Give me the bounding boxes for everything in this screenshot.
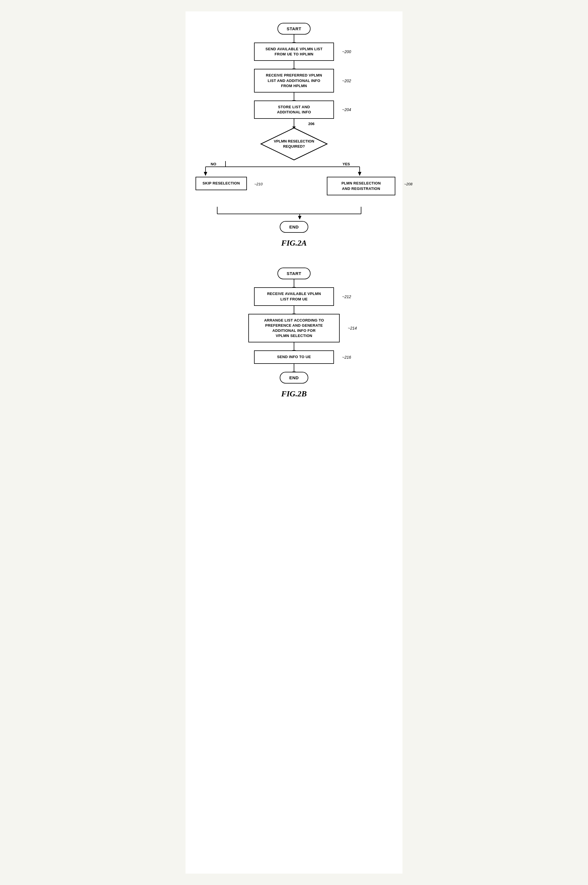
step206-label: VPLMN RESELECTIONREQUIRED? xyxy=(274,139,314,149)
svg-marker-4 xyxy=(204,172,207,176)
arrow-b3 xyxy=(294,343,294,350)
fig2b-label: FIG.2B xyxy=(281,389,306,398)
end-box-2a: END xyxy=(280,221,308,233)
converge-svg xyxy=(191,207,397,221)
step204-box: STORE LIST ANDADDITIONAL INFO xyxy=(254,101,334,119)
arrow-2 xyxy=(294,61,294,69)
ref204-label: ~204 xyxy=(342,107,351,112)
ref210-label: ~210 xyxy=(254,182,262,186)
branch-section: NO YES SKIP RESELECTION ~210 PLMN RESELE… xyxy=(191,161,397,207)
arrow-3 xyxy=(294,93,294,101)
ref216-label: ~216 xyxy=(342,355,351,359)
step206-text: VPLMN RESELECTIONREQUIRED? xyxy=(274,139,314,149)
step216-box: SEND INFO TO UE xyxy=(254,350,334,364)
step200-box: SEND AVAILABLE VPLMN LISTFROM UE TO HPLM… xyxy=(254,42,334,61)
step202-box: RECEIVE PREFERRED VPLMNLIST AND ADDITION… xyxy=(254,69,334,93)
ref206-label: 206 xyxy=(308,122,315,126)
step204-text: STORE LIST ANDADDITIONAL INFO xyxy=(277,105,311,114)
start-box-2a: START xyxy=(278,23,310,35)
svg-marker-7 xyxy=(358,172,362,176)
ref202-label: ~202 xyxy=(342,78,351,83)
step212-text: RECEIVE AVAILABLE VPLMNLIST FROM UE xyxy=(267,291,321,301)
step216-text: SEND INFO TO UE xyxy=(277,355,311,359)
step200-wrapper: SEND AVAILABLE VPLMN LISTFROM UE TO HPLM… xyxy=(254,42,334,61)
end-terminal-2b: END xyxy=(280,372,308,383)
step208-box: PLMN RESELECTIONAND REGISTRATION xyxy=(327,177,395,195)
step206-area: 206 VPLMN RESELECTIONREQUIRED? xyxy=(191,127,397,161)
end-terminal-2a: END xyxy=(280,221,308,233)
step200-text: SEND AVAILABLE VPLMN LISTFROM UE TO HPLM… xyxy=(266,47,322,56)
step210-area: SKIP RESELECTION ~210 xyxy=(191,177,251,190)
step216-wrapper: SEND INFO TO UE ~216 xyxy=(254,350,334,364)
step210-text: SKIP RESELECTION xyxy=(202,181,240,185)
start-terminal-2a: START xyxy=(278,23,310,35)
fig2a-label: FIG.2A xyxy=(281,239,306,248)
step214-box: ARRANGE LIST ACCORDING TOPREFERENCE AND … xyxy=(248,314,340,343)
start-terminal-2b: START xyxy=(278,267,310,279)
step214-wrapper: ARRANGE LIST ACCORDING TOPREFERENCE AND … xyxy=(248,314,340,343)
start-box-2b: START xyxy=(278,267,310,279)
arrow-b1 xyxy=(294,279,294,287)
step202-wrapper: RECEIVE PREFERRED VPLMNLIST AND ADDITION… xyxy=(254,69,334,93)
ref212-label: ~212 xyxy=(342,294,351,299)
step206-diamond: VPLMN RESELECTIONREQUIRED? xyxy=(260,127,328,161)
arrow-1 xyxy=(294,35,294,42)
arrow-b4 xyxy=(294,364,294,372)
fig2a-flowchart: START SEND AVAILABLE VPLMN LISTFROM UE T… xyxy=(191,23,397,256)
svg-text:NO: NO xyxy=(211,162,216,166)
svg-marker-15 xyxy=(298,216,302,219)
arrow-b2 xyxy=(294,306,294,314)
fig2b-flowchart: START RECEIVE AVAILABLE VPLMNLIST FROM U… xyxy=(191,267,397,407)
ref200-label: ~200 xyxy=(342,50,351,54)
converge-section xyxy=(191,207,397,221)
step212-wrapper: RECEIVE AVAILABLE VPLMNLIST FROM UE ~212 xyxy=(254,287,334,305)
arrow-4 xyxy=(294,119,294,127)
page: START SEND AVAILABLE VPLMN LISTFROM UE T… xyxy=(186,11,402,874)
step214-text: ARRANGE LIST ACCORDING TOPREFERENCE AND … xyxy=(264,318,324,338)
step210-box: SKIP RESELECTION xyxy=(195,177,247,190)
step202-text: RECEIVE PREFERRED VPLMNLIST AND ADDITION… xyxy=(266,73,322,88)
step212-box: RECEIVE AVAILABLE VPLMNLIST FROM UE xyxy=(254,287,334,305)
end-box-2b: END xyxy=(280,372,308,383)
svg-text:YES: YES xyxy=(342,162,350,166)
step204-wrapper: STORE LIST ANDADDITIONAL INFO ~204 xyxy=(254,101,334,119)
ref214-label: ~214 xyxy=(348,326,357,331)
step208-area: PLMN RESELECTIONAND REGISTRATION ~208 xyxy=(326,177,397,195)
step208-text: PLMN RESELECTIONAND REGISTRATION xyxy=(341,181,381,191)
ref208-label: ~208 xyxy=(404,182,412,186)
